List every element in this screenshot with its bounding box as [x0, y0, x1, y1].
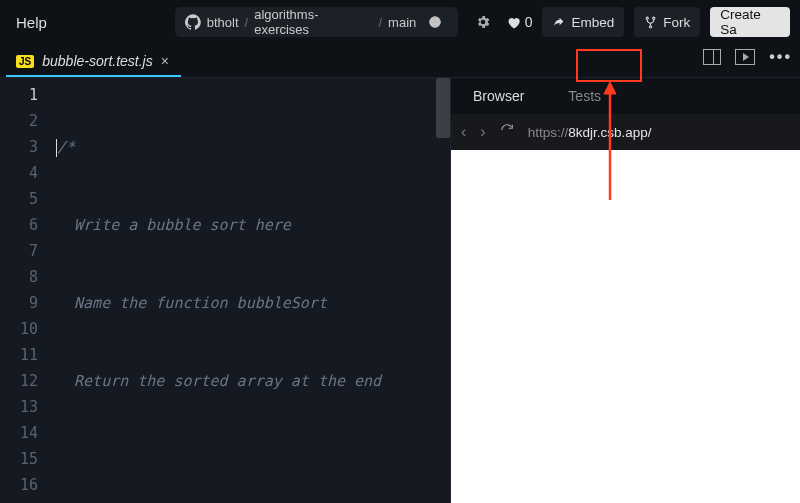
top-actions: 0 Embed Fork Create Sa	[470, 7, 790, 37]
js-badge-icon: JS	[16, 55, 34, 68]
more-icon[interactable]: •••	[769, 48, 792, 66]
editor-tabbar: JS bubble-sort.test.js × •••	[0, 44, 800, 78]
github-icon	[185, 14, 201, 30]
url-field[interactable]: https://8kdjr.csb.app/	[528, 125, 790, 140]
repo-pill[interactable]: btholt / algorithms-exercises / main	[175, 7, 458, 37]
preview-content	[451, 150, 800, 503]
file-tab[interactable]: JS bubble-sort.test.js ×	[6, 47, 181, 77]
close-icon[interactable]: ×	[161, 53, 169, 69]
create-sandbox-button[interactable]: Create Sa	[710, 7, 790, 37]
likes-count: 0	[525, 14, 533, 30]
repo-branch: main	[388, 15, 416, 30]
sep: /	[378, 15, 382, 30]
scrollbar[interactable]	[436, 78, 450, 138]
share-icon	[552, 16, 565, 29]
tab-tests[interactable]: Tests	[546, 78, 623, 114]
repo-owner: btholt	[207, 15, 239, 30]
line-gutter: 12345678910111213141516	[0, 78, 48, 498]
preview-tabs: Browser Tests	[451, 78, 800, 114]
reload-icon[interactable]	[500, 123, 514, 141]
help-menu[interactable]: Help	[10, 10, 53, 35]
svg-point-3	[650, 25, 652, 27]
create-label: Create Sa	[720, 7, 780, 37]
sep: /	[245, 15, 249, 30]
code-content: /* Write a bubble sort here Name the fun…	[56, 82, 450, 503]
heart-icon	[506, 15, 521, 30]
visibility-icon	[422, 15, 448, 29]
split-view-icon[interactable]	[703, 49, 721, 65]
repo-name: algorithms-exercises	[254, 7, 372, 37]
likes[interactable]: 0	[506, 14, 533, 30]
fork-icon	[644, 16, 657, 29]
preview-pane: Browser Tests ‹ › https://8kdjr.csb.app/	[450, 78, 800, 503]
main: 12345678910111213141516 /* Write a bubbl…	[0, 78, 800, 503]
fork-label: Fork	[663, 15, 690, 30]
editor-toolbar: •••	[703, 48, 792, 66]
embed-button[interactable]: Embed	[542, 7, 624, 37]
url-host: 8kdjr.csb.app/	[568, 125, 651, 140]
fork-button[interactable]: Fork	[634, 7, 700, 37]
nav-forward-icon[interactable]: ›	[480, 123, 485, 141]
topbar: Help btholt / algorithms-exercises / mai…	[0, 0, 800, 44]
url-scheme: https://	[528, 125, 569, 140]
address-bar: ‹ › https://8kdjr.csb.app/	[451, 114, 800, 150]
embed-label: Embed	[571, 15, 614, 30]
nav-back-icon[interactable]: ‹	[461, 123, 466, 141]
svg-point-1	[646, 17, 648, 19]
run-icon[interactable]	[735, 49, 755, 65]
file-tab-name: bubble-sort.test.js	[42, 53, 153, 69]
settings-icon[interactable]	[470, 9, 496, 35]
tab-browser[interactable]: Browser	[451, 78, 546, 114]
svg-point-2	[653, 17, 655, 19]
code-editor[interactable]: 12345678910111213141516 /* Write a bubbl…	[0, 78, 450, 503]
